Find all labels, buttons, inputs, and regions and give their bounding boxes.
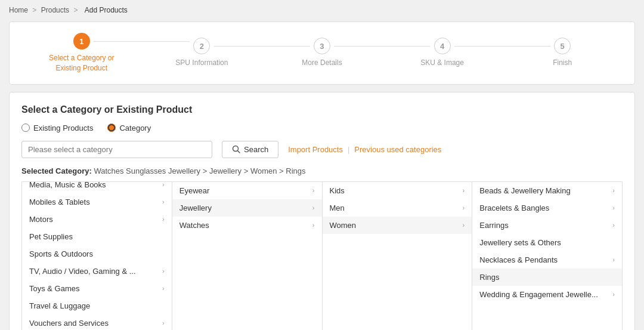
chevron-right-icon: ›: [463, 187, 465, 194]
import-products-link[interactable]: Import Products: [288, 145, 343, 154]
breadcrumb: Home > Products > Add Products: [9, 6, 635, 14]
category-item[interactable]: Earrings›: [472, 217, 622, 234]
category-item-label: Sports & Outdoors: [29, 249, 93, 258]
step-4: 4 SKU & Image: [382, 38, 503, 68]
category-item[interactable]: Kids›: [323, 182, 472, 199]
category-item[interactable]: Men›: [323, 199, 472, 217]
category-item-label: Beads & Jewellery Making: [479, 186, 570, 195]
step-1-label: Select a Category orExisting Product: [49, 53, 114, 73]
chevron-right-icon: ›: [162, 319, 165, 326]
search-box: [21, 141, 212, 158]
previous-categories-link[interactable]: Previous used categories: [354, 145, 441, 154]
svg-line-1: [238, 151, 240, 153]
chevron-right-icon: ›: [612, 204, 615, 211]
category-item[interactable]: Wedding & Engagement Jewelle...›: [472, 286, 622, 303]
chevron-right-icon: ›: [162, 285, 165, 292]
category-panel-4: Beads & Jewellery Making›Bracelets & Ban…: [472, 182, 622, 330]
breadcrumb-home[interactable]: Home: [9, 6, 28, 14]
category-item-label: Toys & Games: [29, 284, 80, 293]
category-panel-3: Kids›Men›Women›: [323, 182, 473, 330]
category-item[interactable]: TV, Audio / Video, Gaming & ...›: [22, 263, 172, 280]
search-row: Search Import Products | Previous used c…: [21, 141, 623, 158]
radio-category-label: Category: [119, 124, 151, 132]
radio-existing-products[interactable]: Existing Products: [21, 124, 93, 132]
category-item-label: Motors: [29, 215, 53, 224]
category-panel-2: Eyewear›Jewellery›Watches›: [172, 182, 323, 330]
step-3-label: More Details: [302, 58, 342, 68]
step-5-label: Finish: [553, 58, 572, 68]
chevron-right-icon: ›: [162, 182, 165, 189]
category-item-label: Media, Music & Books: [29, 182, 106, 189]
category-item[interactable]: Mobiles & Tablets›: [22, 193, 172, 211]
category-item-label: Kids: [330, 186, 345, 195]
category-item[interactable]: Media, Music & Books›: [22, 182, 172, 193]
category-item-label: Rings: [479, 273, 499, 282]
chevron-right-icon: ›: [612, 187, 615, 194]
search-button[interactable]: Search: [222, 141, 278, 158]
category-item[interactable]: Eyewear›: [172, 182, 322, 199]
chevron-right-icon: ›: [612, 256, 615, 263]
category-item[interactable]: Travel & Luggage: [22, 297, 172, 314]
chevron-right-icon: ›: [312, 187, 315, 194]
category-item-label: Wedding & Engagement Jewelle...: [479, 290, 598, 299]
chevron-right-icon: ›: [463, 221, 465, 229]
category-item-label: Watches: [179, 221, 209, 230]
chevron-right-icon: ›: [612, 291, 615, 298]
chevron-right-icon: ›: [162, 215, 165, 223]
chevron-right-icon: ›: [312, 204, 315, 211]
category-item[interactable]: Jewellery›: [172, 199, 322, 217]
radio-category[interactable]: Category: [107, 124, 151, 132]
category-item-label: Pet Supplies: [29, 232, 73, 241]
category-panel-1: Home Appliances›Media, Music & Books›Mob…: [22, 182, 172, 330]
breadcrumb-products[interactable]: Products: [41, 6, 69, 14]
category-item[interactable]: Beads & Jewellery Making›: [472, 182, 622, 199]
step-2-circle: 2: [193, 38, 210, 54]
radio-group: Existing Products Category: [21, 124, 623, 132]
step-2: 2 SPU Information: [142, 38, 262, 68]
radio-existing-input[interactable]: [21, 124, 30, 132]
chevron-right-icon: ›: [162, 198, 165, 205]
step-5: 5 Finish: [502, 38, 623, 68]
category-item[interactable]: Pet Supplies: [22, 228, 172, 245]
category-item[interactable]: Necklaces & Pendants›: [472, 251, 622, 269]
selected-label: Selected Category:: [21, 166, 92, 175]
action-links: Import Products | Previous used categori…: [288, 145, 441, 154]
category-item-label: Mobiles & Tablets: [29, 198, 90, 206]
category-item[interactable]: Jewellery sets & Others: [472, 234, 622, 251]
radio-category-input[interactable]: [107, 124, 116, 132]
category-item-label: Vouchers and Services: [29, 319, 109, 328]
category-item-label: Necklaces & Pendants: [479, 255, 558, 264]
category-item[interactable]: Motors›: [22, 211, 172, 228]
category-item[interactable]: Watches›: [172, 217, 322, 234]
category-item-label: Travel & Luggage: [29, 301, 90, 310]
category-item[interactable]: Sports & Outdoors: [22, 245, 172, 263]
category-item[interactable]: Toys & Games›: [22, 280, 172, 297]
search-input[interactable]: [28, 145, 206, 154]
panels-wrapper: Home Appliances›Media, Music & Books›Mob…: [21, 181, 623, 330]
radio-existing-label: Existing Products: [33, 124, 93, 132]
step-1-circle: 1: [73, 33, 90, 50]
main-card: Select a Category or Existing Product Ex…: [9, 92, 635, 330]
category-item[interactable]: Bracelets & Bangles›: [472, 199, 622, 217]
step-4-label: SKU & Image: [420, 58, 464, 68]
category-item-label: Jewellery: [179, 203, 212, 212]
chevron-right-icon: ›: [312, 221, 315, 229]
step-5-circle: 5: [554, 38, 571, 54]
step-3: 3 More Details: [262, 38, 382, 68]
card-title: Select a Category or Existing Product: [21, 104, 623, 115]
category-item-label: Women: [330, 221, 357, 230]
step-1: 1 Select a Category orExisting Product: [21, 33, 142, 73]
selected-category: Selected Category: Watches Sunglasses Je…: [21, 166, 623, 175]
category-item[interactable]: Rings: [472, 269, 622, 286]
step-2-label: SPU Information: [175, 58, 228, 68]
chevron-right-icon: ›: [162, 267, 165, 275]
step-4-circle: 4: [434, 38, 451, 54]
steps-bar: 1 Select a Category orExisting Product 2…: [9, 21, 635, 85]
category-item-label: Earrings: [479, 221, 508, 230]
category-item-label: Bracelets & Bangles: [479, 203, 549, 212]
selected-path: Watches Sunglasses Jewellery > Jewellery…: [94, 166, 305, 175]
category-item-label: Men: [330, 203, 345, 212]
category-item[interactable]: Vouchers and Services›: [22, 314, 172, 330]
chevron-right-icon: ›: [463, 204, 465, 211]
category-item[interactable]: Women›: [323, 217, 472, 234]
